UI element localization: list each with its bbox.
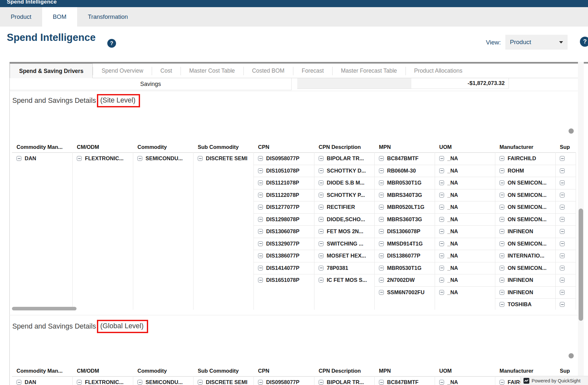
- column-header-commodity-man[interactable]: Commodity Man...: [17, 368, 63, 374]
- column-header-cm-odm[interactable]: CM/ODM: [77, 144, 99, 150]
- pivot-collapse-icon[interactable]: [500, 156, 504, 161]
- table-cell[interactable]: DIODE,SCHO...: [319, 213, 372, 226]
- pivot-collapse-icon[interactable]: [258, 253, 263, 258]
- column-header-cpn-description[interactable]: CPN Description: [319, 368, 361, 374]
- table-cell[interactable]: FLEXTRONIC...: [77, 376, 131, 385]
- column-header-sub-commodity[interactable]: Sub Commodity: [198, 368, 239, 374]
- pivot-collapse-icon[interactable]: [379, 290, 384, 295]
- table-cell[interactable]: DIS1306078P: [379, 225, 433, 238]
- table-cell[interactable]: _NA: [439, 213, 493, 226]
- table-cell[interactable]: _NA: [439, 376, 493, 385]
- pivot-collapse-icon[interactable]: [319, 380, 323, 385]
- table-cell[interactable]: _NA: [439, 250, 493, 262]
- table-cell[interactable]: [560, 189, 575, 201]
- tab-spend-overview[interactable]: Spend Overview: [93, 64, 151, 78]
- pivot-collapse-icon[interactable]: [560, 302, 565, 307]
- pivot-collapse-icon[interactable]: [77, 380, 82, 385]
- table-cell[interactable]: MBR0520LT1G: [379, 201, 433, 213]
- pivot-collapse-icon[interactable]: [439, 278, 444, 283]
- table-cell[interactable]: MBR0530T1G: [379, 262, 433, 274]
- pivot-collapse-icon[interactable]: [500, 205, 504, 210]
- pivot-collapse-icon[interactable]: [319, 229, 323, 234]
- table-cell[interactable]: [560, 152, 575, 165]
- table-cell[interactable]: BC847BMTF: [379, 152, 433, 165]
- pivot-collapse-icon[interactable]: [439, 193, 444, 198]
- pivot-collapse-icon[interactable]: [379, 241, 384, 246]
- pivot-collapse-icon[interactable]: [560, 180, 565, 185]
- pivot-collapse-icon[interactable]: [500, 168, 504, 173]
- table-cell[interactable]: SEMICONDU...: [137, 152, 191, 165]
- pivot-collapse-icon[interactable]: [500, 266, 504, 271]
- corner-help-icon[interactable]: ?: [580, 37, 588, 47]
- table-cell[interactable]: TOSHIBA: [500, 298, 553, 310]
- pivot-collapse-icon[interactable]: [500, 229, 504, 234]
- table-cell[interactable]: DIS0958077P: [258, 376, 312, 385]
- nav-tab-product[interactable]: Product: [0, 7, 42, 27]
- table-cell[interactable]: DIS1121078P: [258, 177, 312, 189]
- column-header-cm-odm[interactable]: CM/ODM: [77, 368, 99, 374]
- pivot-collapse-icon[interactable]: [198, 380, 203, 385]
- pivot-collapse-icon[interactable]: [319, 266, 323, 271]
- table-cell[interactable]: [560, 177, 575, 189]
- pivot-collapse-icon[interactable]: [319, 278, 323, 283]
- table-cell[interactable]: DIS1277077P: [258, 201, 312, 213]
- table-cell[interactable]: MBR0530T1G: [379, 177, 433, 189]
- pivot-collapse-icon[interactable]: [560, 217, 565, 222]
- table-cell[interactable]: _NA: [439, 165, 493, 177]
- column-header-uom[interactable]: UOM: [439, 368, 452, 374]
- table-cell[interactable]: DIODE S.B M...: [319, 177, 372, 189]
- table-cell[interactable]: FLEXTRONIC...: [77, 152, 131, 165]
- pivot-collapse-icon[interactable]: [258, 229, 263, 234]
- table-cell[interactable]: [560, 165, 575, 177]
- table-cell[interactable]: ON SEMICON...: [500, 189, 553, 201]
- pivot-collapse-icon[interactable]: [560, 168, 565, 173]
- table-cell[interactable]: _NA: [439, 274, 493, 286]
- table-cell[interactable]: [560, 238, 575, 250]
- column-header-cpn-description[interactable]: CPN Description: [319, 144, 361, 150]
- table-cell[interactable]: SSM6N7002FU: [379, 286, 433, 299]
- table-cell[interactable]: DIS1386077P: [379, 250, 433, 262]
- pivot-collapse-icon[interactable]: [560, 266, 565, 271]
- pivot-collapse-icon[interactable]: [439, 180, 444, 185]
- pivot-collapse-icon[interactable]: [439, 290, 444, 295]
- pivot-collapse-icon[interactable]: [560, 253, 565, 258]
- column-header-manufacturer[interactable]: Manufacturer: [500, 144, 534, 150]
- table-cell[interactable]: ON SEMICON...: [500, 177, 553, 189]
- pivot-collapse-icon[interactable]: [500, 380, 504, 385]
- table-cell[interactable]: RB060M-30: [379, 165, 433, 177]
- pivot-collapse-icon[interactable]: [379, 168, 384, 173]
- table-cell[interactable]: _NA: [439, 262, 493, 274]
- table-cell[interactable]: _NA: [439, 238, 493, 250]
- table-cell[interactable]: [560, 286, 575, 299]
- pivot-collapse-icon[interactable]: [258, 241, 263, 246]
- pivot-collapse-icon[interactable]: [198, 156, 203, 161]
- pivot-collapse-icon[interactable]: [319, 193, 323, 198]
- table-cell[interactable]: [560, 274, 575, 286]
- pivot-collapse-icon[interactable]: [379, 253, 384, 258]
- pivot-collapse-icon[interactable]: [379, 180, 384, 185]
- column-header-uom[interactable]: UOM: [439, 144, 452, 150]
- pivot-collapse-icon[interactable]: [500, 290, 504, 295]
- pivot-collapse-icon[interactable]: [258, 266, 263, 271]
- pivot-collapse-icon[interactable]: [439, 168, 444, 173]
- pivot-collapse-icon[interactable]: [500, 241, 504, 246]
- table-cell[interactable]: BIPOLAR TR...: [319, 376, 372, 385]
- pivot-collapse-icon[interactable]: [258, 193, 263, 198]
- scroll-indicator-dot[interactable]: [569, 353, 574, 358]
- column-header-sup[interactable]: Sup: [560, 144, 570, 150]
- table-cell[interactable]: 78P0381: [319, 262, 372, 274]
- table-cell[interactable]: BIPOLAR TR...: [319, 152, 372, 165]
- column-header-sub-commodity[interactable]: Sub Commodity: [198, 144, 239, 150]
- nav-tab-bom[interactable]: BOM: [42, 7, 77, 27]
- table-cell[interactable]: DISCRETE SEMI: [198, 152, 252, 165]
- pivot-collapse-icon[interactable]: [500, 193, 504, 198]
- table-cell[interactable]: BC847BMTF: [379, 376, 433, 385]
- table-cell[interactable]: MBRS340T3G: [379, 189, 433, 201]
- pivot-collapse-icon[interactable]: [258, 205, 263, 210]
- table-cell[interactable]: 2N7002DW: [379, 274, 433, 286]
- pivot-collapse-icon[interactable]: [258, 156, 263, 161]
- table-cell[interactable]: INFINEON: [500, 286, 553, 299]
- pivot-collapse-icon[interactable]: [439, 156, 444, 161]
- nav-tab-transformation[interactable]: Transformation: [77, 7, 139, 27]
- pivot-collapse-icon[interactable]: [258, 278, 263, 283]
